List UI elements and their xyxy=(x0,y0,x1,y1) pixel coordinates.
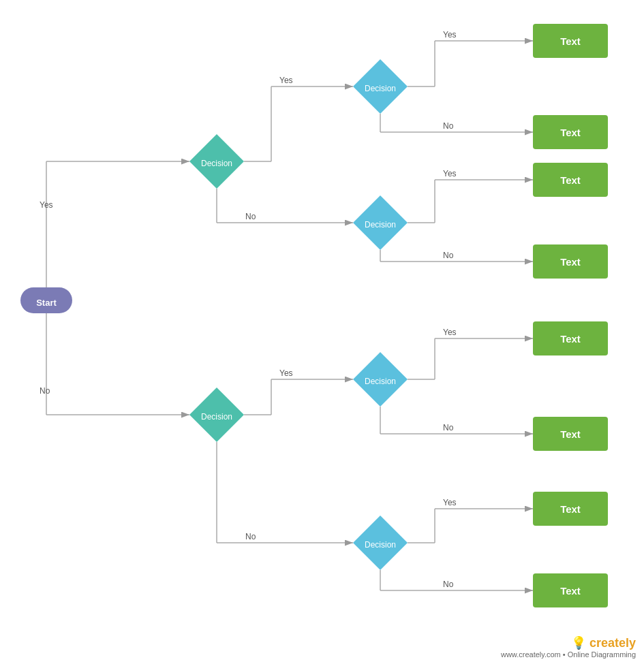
flowchart: Yes No Yes No Yes No Yes No xyxy=(0,0,644,664)
brand-name: creately xyxy=(589,636,636,650)
svg-text:Yes: Yes xyxy=(443,498,457,507)
decision6-label: Decision xyxy=(365,540,396,550)
text-label-8: Text xyxy=(560,585,581,597)
svg-text:No: No xyxy=(245,212,256,221)
svg-text:Yes: Yes xyxy=(443,169,457,178)
footer: 💡 creately www.creately.com • Online Dia… xyxy=(501,635,636,659)
svg-text:No: No xyxy=(40,386,50,396)
svg-text:No: No xyxy=(443,121,454,131)
svg-text:Yes: Yes xyxy=(443,328,457,337)
text-label-4: Text xyxy=(560,256,581,268)
text-label-1: Text xyxy=(560,35,581,47)
decision5-label: Decision xyxy=(365,377,396,386)
svg-text:No: No xyxy=(443,580,454,589)
decision3-label: Decision xyxy=(365,220,396,230)
start-label: Start xyxy=(36,298,57,308)
svg-text:No: No xyxy=(443,251,454,260)
svg-text:No: No xyxy=(245,532,256,541)
text-label-7: Text xyxy=(560,503,581,515)
svg-text:Yes: Yes xyxy=(279,368,293,378)
text-label-6: Text xyxy=(560,428,581,440)
svg-text:Yes: Yes xyxy=(443,30,457,39)
decision1-label: Decision xyxy=(201,159,232,168)
lightbulb-icon: 💡 xyxy=(571,636,586,650)
text-label-3: Text xyxy=(560,174,581,186)
brand-logo: 💡 creately xyxy=(501,635,636,650)
svg-text:No: No xyxy=(443,423,454,432)
decision4-label: Decision xyxy=(201,412,232,422)
brand-tagline: www.creately.com • Online Diagramming xyxy=(501,650,636,659)
text-label-5: Text xyxy=(560,333,581,345)
svg-text:Yes: Yes xyxy=(40,200,53,210)
svg-text:Yes: Yes xyxy=(279,76,293,85)
text-label-2: Text xyxy=(560,127,581,138)
decision2-label: Decision xyxy=(365,84,396,93)
diagram-container: Yes No Yes No Yes No Yes No xyxy=(0,0,644,664)
